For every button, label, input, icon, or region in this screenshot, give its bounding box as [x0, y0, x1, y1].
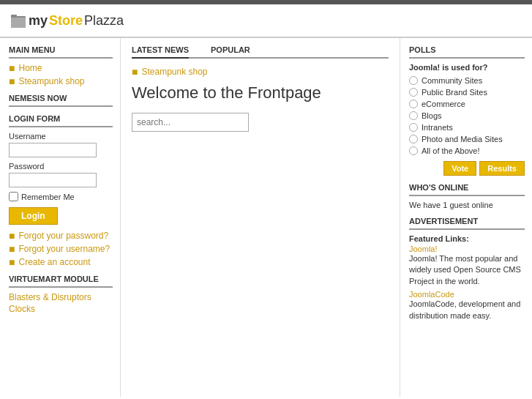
content-center: LATEST NEWS POPULAR ■ Steampunk shop Wel… [121, 38, 400, 397]
forgot-password-label: Forgot your password? [18, 231, 108, 241]
main-layout: MAIN MENU ■ Home ■ Steampunk shop NEMESI… [0, 38, 532, 397]
poll-option-3: Blogs [409, 111, 525, 120]
whos-online-title: WHO'S ONLINE [409, 183, 525, 196]
news-item-steampunk[interactable]: ■ Steampunk shop [132, 66, 389, 78]
sidebar-left: MAIN MENU ■ Home ■ Steampunk shop NEMESI… [0, 38, 121, 397]
results-button[interactable]: Results [479, 161, 525, 176]
sidebar-item-steampunk[interactable]: ■ Steampunk shop [9, 76, 113, 86]
featured-links-label: Featured Links: [409, 234, 525, 243]
content-tabs: LATEST NEWS POPULAR [132, 45, 389, 59]
joomla-link[interactable]: Joomla! [409, 245, 438, 253]
sidebar-item-label: Steampunk shop [18, 76, 84, 86]
poll-radio-4[interactable] [409, 123, 418, 132]
svg-rect-2 [11, 15, 17, 18]
username-label: Username [9, 132, 113, 141]
poll-option-0: Community Sites [409, 76, 525, 85]
poll-question: Joomla! is used for? [409, 63, 525, 72]
poll-option-label-4: Intranets [422, 123, 453, 132]
vote-button[interactable]: Vote [443, 161, 476, 176]
poll-radio-2[interactable] [409, 100, 418, 108]
virtuemart-title: VIRTUEMART MODULE [9, 275, 113, 288]
poll-option-label-5: Photo and Media Sites [422, 135, 503, 143]
poll-option-label-6: All of the Above! [422, 146, 480, 155]
sidebar-item-home[interactable]: ■ Home [9, 63, 113, 73]
poll-option-4: Intranets [409, 123, 525, 132]
poll-radio-1[interactable] [409, 88, 418, 97]
bullet-icon: ■ [132, 66, 138, 78]
password-input[interactable] [9, 173, 97, 187]
bullet-icon: ■ [9, 257, 15, 267]
forgot-password-link[interactable]: ■ Forgot your password? [9, 231, 113, 241]
bullet-icon: ■ [9, 244, 15, 254]
forgot-username-label: Forgot your username? [18, 244, 110, 254]
poll-buttons: Vote Results [409, 161, 525, 176]
header: myStorePlazza [0, 4, 532, 38]
svg-rect-1 [11, 18, 26, 28]
poll-option-label-2: eCommerce [422, 100, 465, 108]
poll-option-label-1: Public Brand Sites [422, 88, 487, 97]
advertisement-title: ADVERTISEMENT [409, 217, 525, 230]
sidebar-item-label: Home [18, 63, 42, 73]
page-heading: Welcome to the Frontpage [132, 83, 389, 102]
joomlacode-desc: JoomlaCode, development and distribution… [409, 299, 525, 321]
bullet-icon: ■ [9, 231, 15, 241]
bullet-icon: ■ [9, 63, 15, 73]
advertisement-section: Featured Links: Joomla! Joomla! The most… [409, 234, 525, 321]
poll-option-5: Photo and Media Sites [409, 135, 525, 143]
poll-option-label-3: Blogs [422, 111, 442, 120]
search-input[interactable] [132, 113, 249, 132]
logo: myStorePlazza [11, 12, 124, 29]
poll-options: Community Sites Public Brand Sites eComm… [409, 76, 525, 155]
whos-online-text: We have 1 guest online [409, 201, 525, 209]
polls-title: POLLS [409, 45, 525, 59]
login-form-title: LOGIN FORM [9, 114, 113, 127]
username-input[interactable] [9, 143, 97, 157]
create-account-link[interactable]: ■ Create an account [9, 257, 113, 267]
sidebar-right: POLLS Joomla! is used for? Community Sit… [400, 38, 532, 397]
logo-store: Store [49, 13, 83, 29]
logo-my: my [29, 13, 48, 29]
login-form: Username Password Remember Me Login [9, 132, 113, 225]
login-button[interactable]: Login [9, 207, 58, 225]
remember-label: Remember Me [21, 193, 75, 201]
poll-radio-3[interactable] [409, 111, 418, 120]
virtuemart-link-clocks[interactable]: Clocks [9, 304, 113, 314]
joomlacode-link[interactable]: JoomlaCode [409, 290, 454, 299]
tab-popular[interactable]: POPULAR [211, 45, 250, 57]
logo-plazza: Plazza [84, 13, 124, 29]
logo-icon [11, 12, 27, 29]
poll-radio-5[interactable] [409, 135, 418, 143]
poll-option-2: eCommerce [409, 100, 525, 108]
forgot-username-link[interactable]: ■ Forgot your username? [9, 244, 113, 254]
poll-radio-6[interactable] [409, 146, 418, 155]
password-label: Password [9, 162, 113, 171]
main-menu-title: MAIN MENU [9, 45, 113, 59]
remember-checkbox[interactable] [9, 192, 18, 201]
joomla-desc: Joomla! The most popular and widely used… [409, 253, 525, 287]
poll-option-1: Public Brand Sites [409, 88, 525, 97]
remember-row: Remember Me [9, 192, 113, 201]
poll-option-6: All of the Above! [409, 146, 525, 155]
nemesis-title: NEMESIS NOW [9, 94, 113, 107]
tab-latest-news[interactable]: LATEST NEWS [132, 45, 189, 59]
create-account-label: Create an account [18, 257, 90, 267]
poll-option-label-0: Community Sites [422, 76, 482, 85]
news-item-label: Steampunk shop [141, 67, 207, 77]
virtuemart-link-blasters[interactable]: Blasters & Disruptors [9, 292, 113, 302]
poll-radio-0[interactable] [409, 76, 418, 85]
bullet-icon: ■ [9, 76, 15, 86]
virtuemart-links: Blasters & Disruptors Clocks [9, 292, 113, 314]
